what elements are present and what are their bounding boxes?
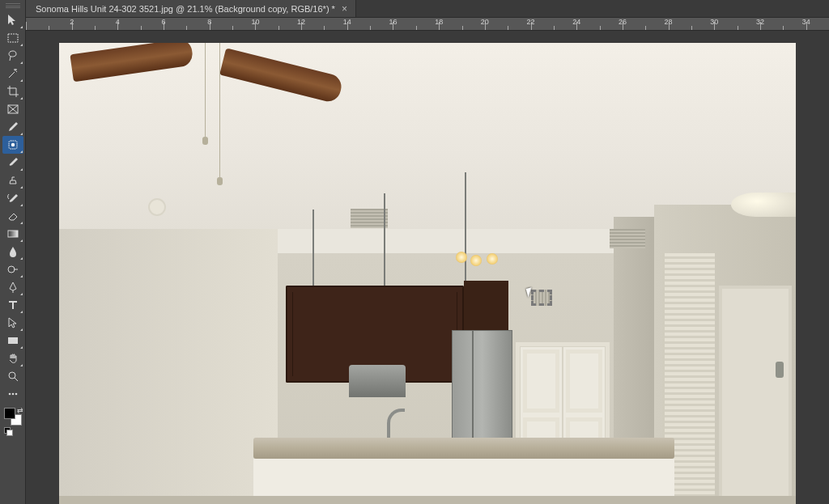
- clone-stamp-tool[interactable]: [2, 172, 23, 189]
- horizontal-type-tool[interactable]: [2, 296, 23, 314]
- flyout-indicator-icon: [20, 186, 23, 188]
- flyout-indicator-icon: [20, 311, 23, 313]
- flyout-indicator-icon: [20, 328, 23, 331]
- close-icon[interactable]: ×: [342, 4, 347, 14]
- document-tab-label: Sonoma Hills Unit 24-302 3521.jpg @ 21.1…: [36, 4, 335, 14]
- hand-tool[interactable]: [2, 349, 23, 367]
- flyout-indicator-icon: [20, 97, 23, 100]
- canvas-viewport[interactable]: [26, 43, 829, 504]
- ruler-tick-label: 6: [162, 18, 166, 26]
- flyout-indicator-icon: [20, 204, 23, 206]
- svg-point-10: [9, 372, 15, 379]
- pen-tool[interactable]: [2, 278, 23, 296]
- svg-rect-9: [8, 337, 18, 344]
- lasso-tool[interactable]: [2, 47, 23, 65]
- foreground-color-swatch[interactable]: [4, 408, 15, 419]
- magic-wand-tool[interactable]: [2, 65, 23, 83]
- ruler-tick-label: 10: [251, 18, 259, 26]
- flyout-indicator-icon: [20, 168, 23, 171]
- ruler-tick-label: 30: [710, 18, 718, 26]
- rectangular-marquee-tool[interactable]: [2, 29, 23, 47]
- blur-tool[interactable]: [2, 243, 23, 260]
- flyout-indicator-icon: [20, 79, 23, 82]
- ruler-tick-label: 34: [802, 18, 810, 26]
- svg-point-5: [11, 143, 14, 146]
- flyout-indicator-icon: [20, 257, 23, 260]
- flyout-indicator-icon: [20, 293, 23, 295]
- flyout-indicator-icon: [20, 133, 23, 135]
- zoom-tool[interactable]: [2, 367, 23, 385]
- gradient-tool[interactable]: [2, 225, 23, 243]
- ruler-tick-label: 20: [481, 18, 489, 26]
- brush-tool[interactable]: [2, 154, 23, 172]
- eyedropper-tool[interactable]: [2, 118, 23, 136]
- document-tab[interactable]: Sonoma Hills Unit 24-302 3521.jpg @ 21.1…: [26, 0, 356, 17]
- swap-colors-icon[interactable]: ⇄: [17, 406, 23, 414]
- ruler-tick-label: 24: [572, 18, 580, 26]
- canvas-area: [26, 31, 829, 504]
- horizontal-ruler[interactable]: 246810121416182022242628303234: [26, 18, 829, 31]
- history-brush-tool[interactable]: [2, 189, 23, 207]
- svg-rect-0: [8, 34, 18, 42]
- svg-point-7: [8, 266, 15, 273]
- flyout-indicator-icon: [20, 346, 23, 349]
- svg-rect-6: [8, 231, 18, 237]
- panel-drag-handle[interactable]: [6, 3, 20, 8]
- document-canvas[interactable]: [59, 43, 796, 504]
- ruler-tick-label: 32: [756, 18, 764, 26]
- flyout-indicator-icon: [20, 239, 23, 242]
- svg-line-11: [15, 378, 18, 381]
- ruler-tick-label: 8: [207, 18, 211, 26]
- ruler-tick-label: 22: [527, 18, 535, 26]
- document-tabs: Sonoma Hills Unit 24-302 3521.jpg @ 21.1…: [26, 0, 829, 18]
- ruler-tick-label: 2: [70, 18, 74, 26]
- ruler-tick-label: 14: [343, 18, 351, 26]
- path-selection-tool[interactable]: [2, 314, 23, 332]
- svg-point-12: [8, 393, 11, 396]
- eraser-tool[interactable]: [2, 207, 23, 225]
- crop-tool[interactable]: [2, 83, 23, 100]
- flyout-indicator-icon: [20, 44, 23, 46]
- ruler-tick-label: 16: [389, 18, 397, 26]
- flyout-indicator-icon: [20, 61, 23, 64]
- ruler-tick-label: 12: [297, 18, 305, 26]
- rectangle-tool[interactable]: [2, 332, 23, 349]
- flyout-indicator-icon: [20, 364, 23, 366]
- tools-panel: ⇄: [0, 0, 26, 504]
- frame-tool[interactable]: [2, 100, 23, 118]
- flyout-indicator-icon: [20, 275, 23, 277]
- spot-healing-brush-tool[interactable]: [2, 136, 23, 154]
- default-colors-icon[interactable]: [4, 427, 11, 434]
- svg-point-13: [11, 393, 14, 396]
- dodge-tool[interactable]: [2, 260, 23, 278]
- flyout-indicator-icon: [20, 222, 23, 224]
- flyout-indicator-icon: [20, 150, 23, 153]
- ruler-tick-label: 28: [665, 18, 673, 26]
- ruler-tick-label: 4: [116, 18, 120, 26]
- edit-toolbar[interactable]: [2, 385, 23, 403]
- svg-point-14: [15, 393, 17, 396]
- color-swatches[interactable]: ⇄: [4, 408, 22, 426]
- ruler-tick-label: 18: [435, 18, 443, 26]
- flyout-indicator-icon: [20, 26, 23, 28]
- move-tool[interactable]: [2, 11, 23, 29]
- ruler-tick-label: 26: [619, 18, 627, 26]
